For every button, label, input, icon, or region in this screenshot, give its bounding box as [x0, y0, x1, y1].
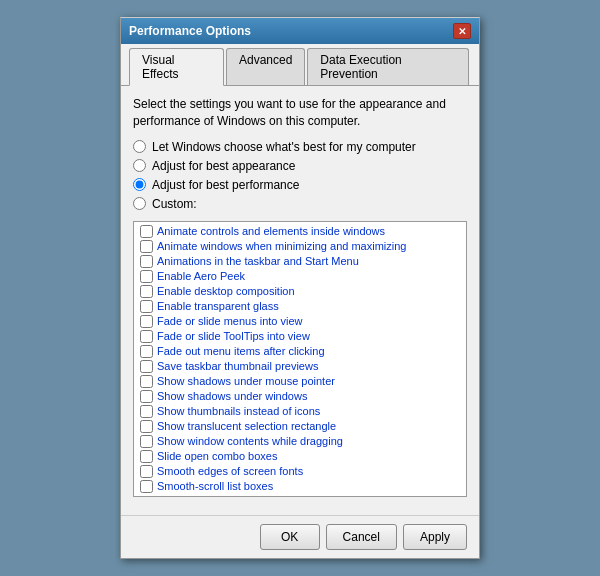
list-item[interactable]: Show window contents while dragging [134, 434, 466, 449]
list-item[interactable]: Enable Aero Peek [134, 269, 466, 284]
checkbox-list-container: Animate controls and elements inside win… [133, 221, 467, 497]
close-icon: ✕ [458, 26, 466, 37]
list-item[interactable]: Fade or slide ToolTips into view [134, 329, 466, 344]
list-item[interactable]: Animate controls and elements inside win… [134, 224, 466, 239]
radio-best-appearance[interactable]: Adjust for best appearance [133, 159, 467, 173]
list-item[interactable]: Animate windows when minimizing and maxi… [134, 239, 466, 254]
button-row: OK Cancel Apply [121, 515, 479, 558]
radio-let-windows[interactable]: Let Windows choose what's best for my co… [133, 140, 467, 154]
list-item[interactable]: Save taskbar thumbnail previews [134, 359, 466, 374]
performance-options-dialog: Performance Options ✕ Visual Effects Adv… [120, 17, 480, 559]
checkbox-list[interactable]: Animate controls and elements inside win… [134, 222, 466, 496]
tab-data-execution-prevention[interactable]: Data Execution Prevention [307, 48, 469, 85]
list-item[interactable]: Animations in the taskbar and Start Menu [134, 254, 466, 269]
list-item[interactable]: Smooth edges of screen fonts [134, 464, 466, 479]
tabs-container: Visual Effects Advanced Data Execution P… [121, 44, 479, 86]
description-text: Select the settings you want to use for … [133, 96, 467, 130]
title-bar: Performance Options ✕ [121, 18, 479, 44]
dialog-title: Performance Options [129, 24, 251, 38]
list-item[interactable]: Fade or slide menus into view [134, 314, 466, 329]
close-button[interactable]: ✕ [453, 23, 471, 39]
list-item[interactable]: Show thumbnails instead of icons [134, 404, 466, 419]
cancel-button[interactable]: Cancel [326, 524, 397, 550]
content-area: Select the settings you want to use for … [121, 86, 479, 515]
radio-group: Let Windows choose what's best for my co… [133, 140, 467, 211]
tab-advanced[interactable]: Advanced [226, 48, 305, 85]
tab-visual-effects[interactable]: Visual Effects [129, 48, 224, 86]
list-item[interactable]: Slide open combo boxes [134, 449, 466, 464]
list-item[interactable]: Fade out menu items after clicking [134, 344, 466, 359]
radio-best-performance[interactable]: Adjust for best performance [133, 178, 467, 192]
radio-custom[interactable]: Custom: [133, 197, 467, 211]
list-item[interactable]: Enable desktop composition [134, 284, 466, 299]
ok-button[interactable]: OK [260, 524, 320, 550]
title-bar-buttons: ✕ [453, 23, 471, 39]
apply-button[interactable]: Apply [403, 524, 467, 550]
list-item[interactable]: Show shadows under mouse pointer [134, 374, 466, 389]
list-item[interactable]: Show shadows under windows [134, 389, 466, 404]
list-item[interactable]: Enable transparent glass [134, 299, 466, 314]
list-item[interactable]: Show translucent selection rectangle [134, 419, 466, 434]
list-item[interactable]: Smooth-scroll list boxes [134, 479, 466, 494]
